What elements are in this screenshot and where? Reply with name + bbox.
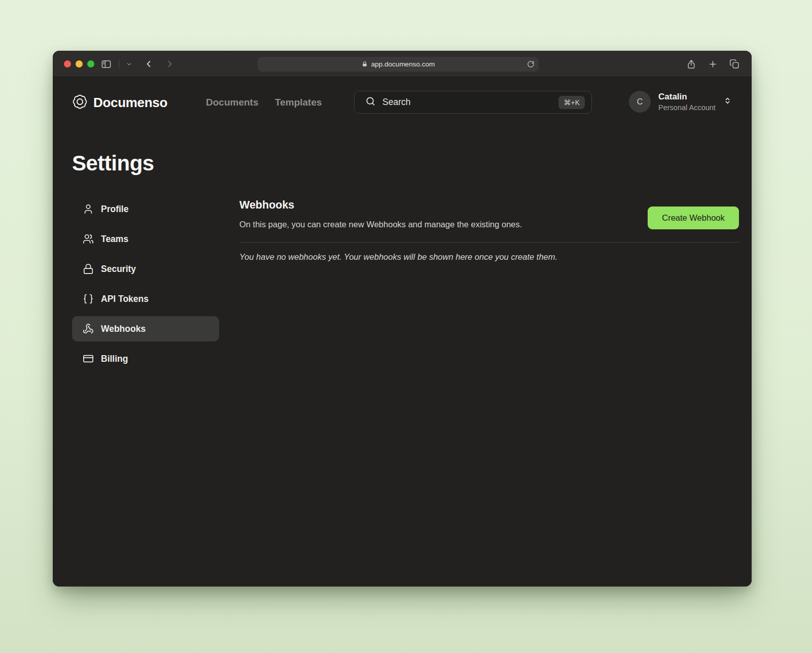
- lock-icon: [83, 263, 94, 274]
- sidebar-item-label: Webhooks: [101, 324, 146, 334]
- zoom-button[interactable]: [87, 60, 94, 67]
- account-subtitle: Personal Account: [658, 104, 716, 112]
- minimize-button[interactable]: [76, 60, 83, 67]
- close-button[interactable]: [64, 60, 71, 67]
- documenso-badge-icon: [72, 94, 88, 112]
- create-webhook-button[interactable]: Create Webhook: [648, 207, 739, 229]
- sidebar-item-billing[interactable]: Billing: [72, 346, 219, 371]
- webhook-icon: [83, 323, 94, 334]
- sidebar-item-teams[interactable]: Teams: [72, 226, 219, 252]
- refresh-icon[interactable]: [527, 60, 535, 68]
- sidebar-item-profile[interactable]: Profile: [72, 196, 219, 222]
- sidebar-item-security[interactable]: Security: [72, 256, 219, 282]
- documenso-app: Documenso Documents Templates ⌘+K C Cata…: [53, 77, 752, 587]
- sidebar-item-label: API Tokens: [101, 294, 149, 304]
- window-controls: [64, 60, 94, 67]
- sidebar-item-label: Security: [101, 264, 136, 274]
- credit-card-icon: [83, 353, 94, 364]
- chevrons-up-down-icon: [723, 96, 732, 108]
- webhooks-empty-state: You have no webhooks yet. Your webhooks …: [239, 252, 557, 262]
- settings-sidebar: Profile Teams Security API Tokens: [72, 196, 219, 371]
- page-title: Settings: [72, 151, 154, 176]
- lock-icon: [362, 61, 368, 67]
- sidebar-item-label: Billing: [101, 354, 128, 364]
- sidebar-toggle-icon[interactable]: [100, 58, 112, 70]
- account-menu[interactable]: C Catalin Personal Account: [629, 91, 732, 113]
- browser-window: app.documenso.com: [53, 51, 752, 587]
- brand-name: Documenso: [93, 95, 167, 111]
- back-icon[interactable]: [144, 59, 154, 69]
- webhooks-description: On this page, you can create new Webhook…: [239, 220, 522, 229]
- users-icon: [83, 233, 94, 245]
- search-icon: [365, 96, 376, 109]
- new-tab-icon[interactable]: [708, 59, 718, 69]
- toolbar-divider: [119, 59, 119, 68]
- search-bar[interactable]: ⌘+K: [354, 91, 592, 114]
- browser-titlebar: app.documenso.com: [53, 51, 752, 77]
- sidebar-item-webhooks[interactable]: Webhooks: [72, 316, 219, 341]
- nav-documents[interactable]: Documents: [206, 97, 258, 108]
- url-text: app.documenso.com: [371, 60, 435, 68]
- forward-icon[interactable]: [165, 59, 175, 69]
- braces-icon: [83, 293, 94, 304]
- sidebar-item-api-tokens[interactable]: API Tokens: [72, 286, 219, 312]
- documenso-logo[interactable]: Documenso: [72, 94, 167, 112]
- search-input[interactable]: [382, 97, 552, 108]
- avatar: C: [629, 91, 651, 113]
- webhooks-heading: Webhooks: [239, 199, 294, 212]
- sidebar-item-label: Teams: [101, 234, 128, 245]
- nav-templates[interactable]: Templates: [275, 97, 322, 108]
- section-divider: [239, 242, 739, 243]
- tabs-overview-icon[interactable]: [729, 59, 739, 69]
- share-icon[interactable]: [686, 59, 696, 70]
- user-icon: [83, 203, 94, 215]
- account-name: Catalin: [658, 92, 716, 102]
- address-bar[interactable]: app.documenso.com: [258, 57, 539, 72]
- search-shortcut-badge: ⌘+K: [558, 96, 585, 109]
- chevron-down-icon[interactable]: [126, 61, 132, 67]
- sidebar-item-label: Profile: [101, 204, 128, 215]
